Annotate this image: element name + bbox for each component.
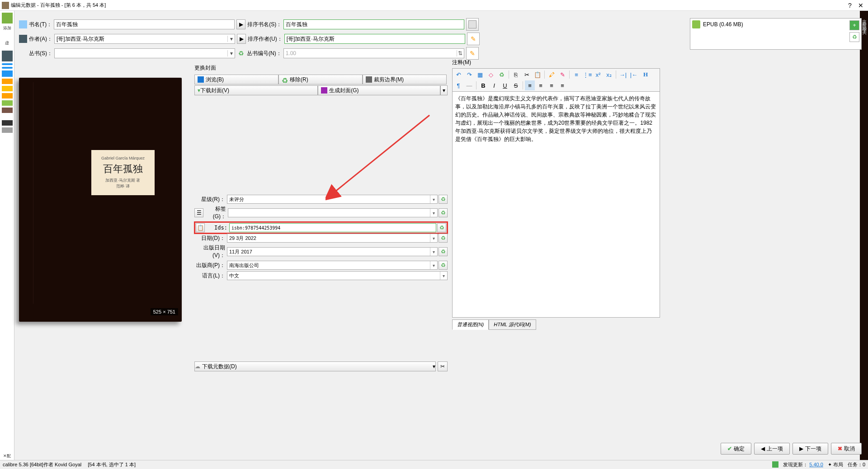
- pubdate-combo[interactable]: ▾: [227, 247, 438, 256]
- paste-icon[interactable]: 📋: [533, 70, 542, 80]
- update-link[interactable]: 5.40.0: [809, 462, 823, 467]
- remove-format-icon[interactable]: ◇: [486, 70, 496, 80]
- date-clear[interactable]: ♻: [439, 234, 448, 243]
- author-input[interactable]: [55, 36, 227, 42]
- cancel-button[interactable]: ✖取消: [831, 443, 862, 455]
- ul-icon[interactable]: ⋮≡: [582, 70, 592, 80]
- pubdate-dropdown[interactable]: ▾: [430, 248, 437, 256]
- align-center-icon[interactable]: ≡: [536, 80, 546, 90]
- tags-clear[interactable]: ♻: [439, 208, 448, 217]
- ids-input-wrap[interactable]: [229, 223, 436, 232]
- italic-icon[interactable]: I: [489, 80, 499, 90]
- cover-image[interactable]: Gabriel García Márquez 百年孤独 加西亚·马尔克斯 著 范…: [19, 78, 182, 322]
- tab-normal-view[interactable]: 普通视图(N): [452, 319, 489, 330]
- news-icon[interactable]: [2, 93, 13, 98]
- series-num-combo[interactable]: ⇅: [283, 48, 464, 58]
- rating-icon[interactable]: [2, 86, 13, 91]
- title-swap-button[interactable]: ▶: [236, 19, 245, 29]
- publisher-dropdown[interactable]: ▾: [430, 261, 437, 269]
- download-cover-button[interactable]: ▾下载封面(V): [194, 85, 318, 95]
- add-book-icon[interactable]: [2, 13, 13, 23]
- align-right-icon[interactable]: ≡: [547, 80, 557, 90]
- cut-icon[interactable]: ✂: [522, 70, 532, 80]
- ol-icon[interactable]: ≡: [571, 70, 581, 80]
- close-button[interactable]: ✕: [855, 1, 866, 10]
- generate-cover-dropdown[interactable]: ▾: [440, 85, 448, 95]
- download-config-button[interactable]: ✂: [438, 361, 448, 371]
- author-edit-button[interactable]: [467, 33, 480, 45]
- status-layout[interactable]: ✦ 布局: [828, 461, 843, 468]
- generate-cover-button[interactable]: 生成封面(G): [318, 85, 440, 95]
- prev-button[interactable]: ◀上一项: [754, 443, 790, 455]
- sort-title-input[interactable]: [283, 19, 464, 29]
- tags-dropdown[interactable]: ▾: [430, 209, 437, 217]
- pubdate-clear[interactable]: ♻: [439, 247, 448, 256]
- select-all-icon[interactable]: ▦: [475, 70, 485, 80]
- ids-clear[interactable]: ♻: [437, 223, 446, 232]
- author-combo[interactable]: ▾: [54, 34, 235, 44]
- fgcolor-icon[interactable]: ✎: [557, 70, 567, 80]
- format-icon[interactable]: [2, 70, 13, 77]
- subscript-icon[interactable]: x₂: [604, 70, 614, 80]
- series-dropdown[interactable]: ▾: [227, 50, 235, 56]
- help-button[interactable]: ?: [844, 1, 855, 10]
- ok-button[interactable]: ✔确定: [721, 443, 751, 455]
- status-jobs[interactable]: 任务：0: [848, 461, 865, 468]
- series-icon[interactable]: [2, 67, 13, 69]
- sort-author-input[interactable]: [284, 34, 465, 44]
- remove-cover-button[interactable]: ♻移除(R): [278, 75, 363, 84]
- publisher-clear[interactable]: ♻: [439, 261, 448, 270]
- next-button[interactable]: ▶下一项: [793, 443, 828, 455]
- publisher-combo[interactable]: ▾: [227, 261, 438, 270]
- rating-clear[interactable]: ♻: [439, 195, 448, 204]
- language-combo[interactable]: ▾: [227, 271, 448, 280]
- gear-icon[interactable]: [2, 127, 13, 133]
- tab-html-source[interactable]: HTML 源代码(M): [489, 319, 536, 330]
- tags-edit-icon[interactable]: ☰: [194, 208, 203, 217]
- lang-icon[interactable]: [2, 63, 13, 65]
- tags-combo[interactable]: ▾: [228, 208, 438, 217]
- format-row[interactable]: EPUB (0.46 MB): [692, 20, 859, 28]
- rating-combo[interactable]: ▾: [227, 195, 438, 204]
- ids-paste-icon[interactable]: 📋: [196, 223, 205, 232]
- pencil-icon[interactable]: [2, 120, 13, 126]
- undo-icon[interactable]: ↶: [453, 70, 463, 80]
- author-swap-button[interactable]: ▶: [237, 34, 246, 44]
- bold-icon[interactable]: B: [478, 80, 488, 90]
- date-combo[interactable]: ▾: [227, 234, 438, 243]
- tag-icon[interactable]: [2, 100, 13, 106]
- underline-icon[interactable]: U: [500, 80, 510, 90]
- hr-icon[interactable]: —: [464, 80, 474, 90]
- series-clear-icon[interactable]: ♻: [237, 49, 245, 57]
- title-input[interactable]: [54, 19, 235, 29]
- author-icon[interactable]: [2, 51, 13, 61]
- remove-format-button[interactable]: ♻: [849, 32, 859, 42]
- add-format-button[interactable]: +: [849, 20, 859, 30]
- rating-dropdown[interactable]: ▾: [430, 195, 437, 203]
- paragraph-icon[interactable]: ¶: [453, 80, 463, 90]
- id-icon[interactable]: [2, 108, 13, 113]
- series-input[interactable]: [55, 50, 227, 56]
- outdent-icon[interactable]: |←: [629, 70, 639, 80]
- date-dropdown[interactable]: ▾: [430, 234, 437, 242]
- redo-icon[interactable]: ↷: [464, 70, 474, 80]
- publisher-icon[interactable]: [2, 79, 13, 84]
- download-metadata-button[interactable]: ☁ 下载元数据(D) ▾: [194, 361, 436, 371]
- language-dropdown[interactable]: ▾: [440, 272, 447, 280]
- notes-editor[interactable]: 《百年孤独》是魔幻现实主义文学的代表作，描写了布恩迪亚家族七代人的传奇故事，以及…: [452, 92, 660, 318]
- author-dropdown[interactable]: ▾: [227, 36, 235, 42]
- sort-title-auto-button[interactable]: [466, 18, 479, 31]
- indent-icon[interactable]: →|: [618, 70, 628, 80]
- browse-cover-button[interactable]: 浏览(B): [194, 75, 278, 84]
- trim-cover-button[interactable]: 裁剪边界(M): [363, 75, 447, 84]
- series-num-spinner[interactable]: ⇅: [457, 50, 464, 56]
- superscript-icon[interactable]: x²: [593, 70, 603, 80]
- strike-icon[interactable]: S: [511, 80, 521, 90]
- ids-input[interactable]: [230, 224, 436, 232]
- clear-icon[interactable]: ♻: [497, 70, 507, 80]
- heading-icon[interactable]: H: [641, 70, 651, 80]
- align-justify-icon[interactable]: ≡: [557, 80, 567, 90]
- series-num-input[interactable]: [284, 50, 457, 56]
- copy-icon[interactable]: ⎘: [511, 70, 521, 80]
- series-edit-button[interactable]: [466, 47, 479, 60]
